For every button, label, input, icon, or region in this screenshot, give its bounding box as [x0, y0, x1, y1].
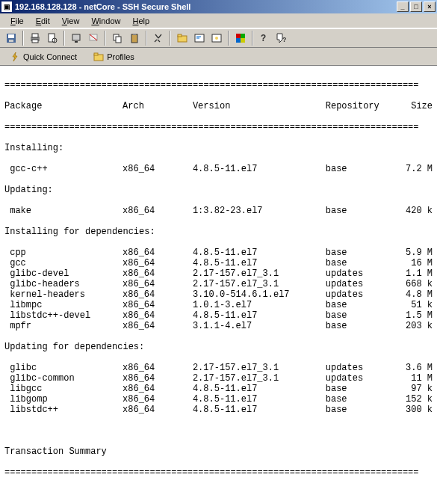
folder-icon: [93, 52, 104, 62]
color-icon[interactable]: [232, 30, 249, 46]
svg-rect-4: [32, 34, 38, 37]
quick-bar: Quick Connect Profiles: [0, 48, 437, 66]
close-button[interactable]: ×: [424, 1, 436, 12]
svg-rect-9: [75, 41, 78, 43]
window-title: 192.168.128.128 - netCore - SSH Secure S…: [15, 2, 190, 11]
section-installing-deps: Installing for dependencies:: [4, 227, 433, 237]
section-installing: Installing:: [4, 143, 433, 153]
svg-rect-24: [241, 34, 245, 38]
copy-icon[interactable]: [109, 30, 125, 46]
table-row: gcc-c++x86_644.8.5-11.el7base7.2 M: [4, 164, 433, 174]
table-row: glibc-develx86_642.17-157.el7_3.1updates…: [4, 268, 433, 279]
table-row: gccx86_644.8.5-11.el7base 16 M: [4, 258, 433, 268]
table-row: libmpcx86_641.0.1-3.el7base 51 k: [4, 300, 433, 310]
svg-rect-1: [8, 34, 14, 38]
svg-rect-13: [116, 37, 121, 43]
quick-connect-button[interactable]: Quick Connect: [4, 49, 82, 64]
preview-icon[interactable]: [44, 30, 61, 46]
section-updating: Updating:: [4, 185, 433, 195]
table-row: libgompx86_644.8.5-11.el7base152 k: [4, 394, 433, 405]
terminal-output[interactable]: ========================================…: [0, 66, 437, 504]
disconnect-icon[interactable]: [85, 30, 102, 46]
title-bar: ▣ 192.168.128.128 - netCore - SSH Secure…: [0, 0, 437, 13]
svg-rect-30: [94, 53, 98, 55]
table-row: makex86_641:3.82-23.el7base420 k: [4, 206, 433, 216]
svg-rect-17: [178, 34, 182, 37]
svg-point-22: [215, 37, 218, 40]
menu-window[interactable]: Window: [85, 15, 126, 27]
table-row: glibcx86_642.17-157.el7_3.1updates3.6 M: [4, 363, 433, 373]
table-row: glibc-headersx86_642.17-157.el7_3.1updat…: [4, 279, 433, 289]
svg-rect-2: [9, 40, 13, 42]
paste-icon[interactable]: [126, 30, 143, 46]
svg-rect-15: [133, 34, 136, 35]
menu-edit[interactable]: Edit: [30, 15, 56, 27]
svg-rect-14: [131, 34, 137, 43]
separator-line: ========================================…: [4, 467, 433, 478]
transaction-summary-title: Transaction Summary: [4, 446, 433, 457]
table-row: libgccx86_644.8.5-11.el7base 97 k: [4, 384, 433, 394]
svg-rect-23: [236, 34, 241, 38]
app-icon: ▣: [1, 1, 12, 12]
table-row: cppx86_644.8.5-11.el7base5.9 M: [4, 248, 433, 258]
svg-rect-25: [236, 38, 241, 43]
separator-line: ========================================…: [4, 122, 433, 132]
save-icon[interactable]: [3, 30, 19, 46]
svg-text:?: ?: [282, 37, 286, 44]
table-row: mpfrx86_643.1.1-4.el7base203 k: [4, 321, 433, 331]
table-row: libstdc++-develx86_644.8.5-11.el7base1.5…: [4, 310, 433, 321]
folder-icon[interactable]: [174, 30, 190, 46]
profiles-button[interactable]: Profiles: [88, 49, 140, 64]
whatsthis-icon[interactable]: ?: [273, 30, 290, 46]
menu-bar: File Edit View Window Help: [0, 13, 437, 28]
quick-connect-label: Quick Connect: [23, 52, 77, 61]
table-row: glibc-commonx86_642.17-157.el7_3.1update…: [4, 373, 433, 384]
section-updating-deps: Updating for dependencies:: [4, 342, 433, 352]
minimize-button[interactable]: _: [397, 1, 409, 12]
settings-icon[interactable]: [208, 30, 225, 46]
menu-help[interactable]: Help: [127, 15, 156, 27]
new-terminal-icon[interactable]: [191, 30, 208, 46]
table-header: PackageArchVersionRepositorySize: [4, 101, 433, 111]
svg-rect-8: [72, 34, 80, 40]
svg-rect-6: [49, 34, 55, 42]
table-row: kernel-headersx86_643.10.0-514.6.1.el7up…: [4, 289, 433, 300]
maximize-button[interactable]: □: [410, 1, 422, 12]
svg-rect-5: [32, 40, 38, 43]
lightning-icon: [10, 52, 20, 62]
svg-rect-26: [241, 38, 245, 43]
print-icon[interactable]: [27, 30, 43, 46]
find-icon[interactable]: [150, 30, 167, 46]
toolbar: ? ?: [0, 28, 437, 48]
menu-file[interactable]: File: [4, 15, 30, 27]
connect-icon[interactable]: [68, 30, 84, 46]
help-icon[interactable]: ?: [256, 30, 273, 46]
profiles-label: Profiles: [107, 52, 134, 61]
separator-line: ========================================…: [4, 80, 433, 90]
svg-text:?: ?: [261, 34, 266, 44]
menu-view[interactable]: View: [56, 15, 86, 27]
table-row: libstdc++x86_644.8.5-11.el7base300 k: [4, 405, 433, 415]
